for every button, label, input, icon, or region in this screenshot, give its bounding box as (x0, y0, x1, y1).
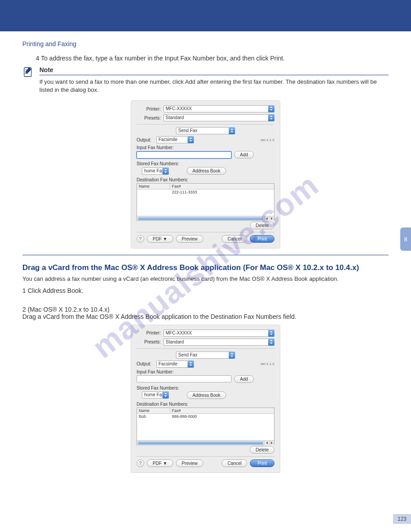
vcard-title: Drag a vCard from the Mac OS® X Address … (22, 263, 389, 272)
cell-name: Bob (137, 414, 170, 419)
stored-value: home Fax (144, 168, 164, 174)
output-select[interactable]: Facsimile (156, 136, 194, 143)
col-name: Name (137, 184, 170, 189)
address-book-button[interactable]: Address Book (187, 167, 226, 175)
cancel-button[interactable]: Cancel (222, 459, 247, 467)
stored-fax-select[interactable]: home Fax (142, 391, 169, 399)
stored-fax-select[interactable]: home Fax (142, 167, 169, 175)
vcard-step1: 1 Click Address Book. (22, 287, 389, 294)
col-fax: Fax# (170, 184, 274, 189)
step1-text: 1 Click Address Book. (22, 287, 83, 294)
dest-label: Destination Fax Numbers: (137, 177, 274, 182)
output-value: Facsimile (158, 137, 177, 143)
printer-select[interactable]: MFC-XXXXX (163, 330, 274, 337)
note-icon (22, 66, 34, 78)
version-text: ver:1.1.2 (261, 362, 274, 366)
stored-label: Stored Fax Numbers: (137, 161, 274, 166)
select-arrows-icon (268, 114, 274, 121)
panel-value: Send Fax (178, 352, 197, 358)
dest-table[interactable]: Name Fax# 222-111-3333 (137, 183, 274, 221)
input-fax-label: Input Fax Number: (137, 145, 274, 150)
preview-button[interactable]: Preview (176, 459, 204, 467)
printer-select[interactable]: MFC-XXXXX (163, 105, 274, 112)
top-bar (0, 0, 411, 31)
select-arrows-icon (268, 339, 274, 346)
delete-button[interactable]: Delete (250, 446, 274, 454)
vcard-para: You can address a fax number using a vCa… (22, 275, 389, 283)
cell-name (137, 189, 170, 195)
presets-label: Presets: (137, 339, 161, 344)
address-book-button[interactable]: Address Book (187, 391, 226, 399)
output-label: Output: (137, 361, 156, 366)
note-title: Note (39, 66, 389, 75)
help-button[interactable]: ? (137, 459, 144, 467)
h-scrollbar[interactable] (137, 440, 274, 445)
select-arrows-icon (188, 136, 194, 143)
presets-select[interactable]: Standard (163, 339, 274, 346)
col-name: Name (137, 408, 170, 413)
h-scrollbar[interactable] (137, 216, 274, 220)
page-number: 123 (393, 514, 411, 524)
cell-fax: 888-888-0000 (170, 414, 274, 419)
output-select[interactable]: Facsimile (156, 360, 194, 368)
fax-number-input[interactable] (137, 375, 231, 382)
cancel-button[interactable]: Cancel (222, 235, 247, 243)
select-arrows-icon (163, 391, 169, 399)
scroll-right-icon[interactable] (269, 441, 274, 445)
input-fax-label: Input Fax Number: (137, 369, 274, 374)
output-value: Facsimile (158, 361, 177, 367)
select-arrows-icon (268, 105, 274, 112)
panel-value: Send Fax (178, 128, 197, 134)
print-button[interactable]: Print (250, 459, 274, 467)
breadcrumb: Printing and Faxing (22, 40, 389, 47)
printer-label: Printer: (137, 330, 161, 335)
print-button[interactable]: Print (250, 235, 274, 243)
presets-value: Standard (166, 339, 184, 345)
delete-button[interactable]: Delete (250, 222, 274, 229)
dest-table[interactable]: Name Fax# Bob 888-888-0000 (137, 408, 274, 445)
table-row: 222-111-3333 (137, 189, 274, 195)
col-fax: Fax# (170, 408, 274, 413)
select-arrows-icon (188, 360, 194, 368)
presets-select[interactable]: Standard (163, 114, 274, 121)
select-arrows-icon (229, 127, 235, 134)
presets-label: Presets: (137, 116, 161, 120)
pdf-button[interactable]: PDF ▼ (147, 235, 173, 243)
panel-select[interactable]: Send Fax (176, 352, 235, 359)
vcard-step2: 2 (Mac OS® X 10.2.x to 10.4.x) Drag a vC… (22, 299, 389, 320)
table-row: Bob 888-888-0000 (137, 414, 274, 419)
step2-text: 2 (Mac OS® X 10.2.x to 10.4.x) Drag a vC… (22, 306, 296, 320)
side-tab: 8 (400, 227, 411, 251)
help-button[interactable]: ? (137, 235, 144, 243)
dest-label: Destination Fax Numbers: (137, 402, 274, 407)
presets-value: Standard (166, 115, 184, 121)
send-fax-dialog-2: Printer: MFC-XXXXX Presets: Standard Sen… (131, 325, 280, 473)
stored-value: home Fax (144, 392, 164, 398)
scroll-left-icon[interactable] (264, 441, 269, 445)
printer-value: MFC-XXXXX (166, 330, 192, 336)
step-text: 4 To address the fax, type a fax number … (36, 55, 285, 62)
version-text: ver:1.1.2 (261, 138, 274, 142)
preview-button[interactable]: Preview (176, 235, 204, 243)
note-block: Note If you want to send a fax to more t… (22, 66, 389, 94)
pdf-button[interactable]: PDF ▼ (147, 459, 173, 467)
add-button[interactable]: Add (234, 375, 254, 383)
select-arrows-icon (268, 330, 274, 337)
select-arrows-icon (229, 352, 235, 359)
cell-fax: 222-111-3333 (170, 189, 274, 195)
panel-select[interactable]: Send Fax (176, 127, 235, 134)
printer-value: MFC-XXXXX (166, 106, 192, 112)
scroll-left-icon[interactable] (264, 216, 269, 221)
select-arrows-icon (163, 167, 169, 175)
fax-number-input[interactable] (137, 151, 231, 159)
stored-label: Stored Fax Numbers: (137, 386, 274, 390)
note-text: If you want to send a fax to more than o… (39, 78, 389, 94)
output-label: Output: (137, 137, 156, 142)
send-fax-dialog-1: Printer: MFC-XXXXX Presets: Standard Sen… (131, 100, 280, 249)
printer-label: Printer: (137, 107, 161, 112)
scroll-right-icon[interactable] (269, 216, 274, 221)
step-4-text: 4 To address the fax, type a fax number … (22, 55, 389, 62)
add-button[interactable]: Add (234, 151, 254, 159)
